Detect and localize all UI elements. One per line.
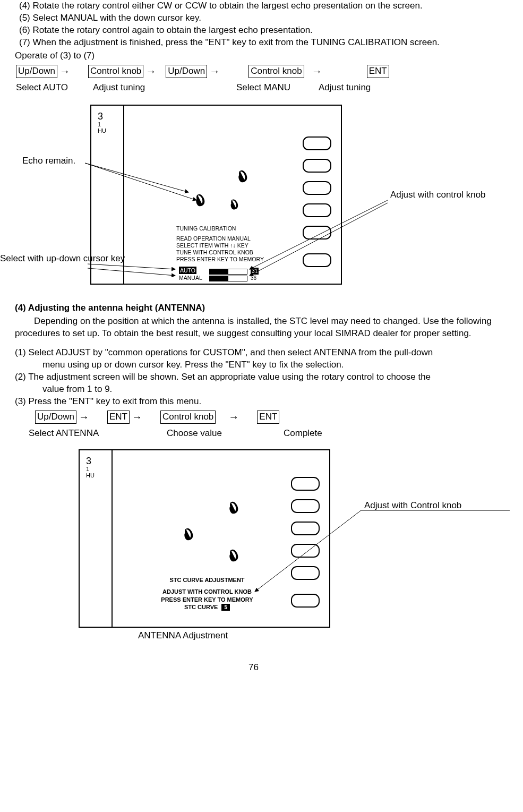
operate-labels-2: Select ANTENNA Choose value Complete bbox=[29, 428, 507, 440]
op2-box-ent-2: ENT bbox=[257, 411, 279, 424]
radar-screen-2: 3 1 HU STC CURVE ADJUSTMENT ADJUST WITH … bbox=[79, 449, 330, 628]
ant-step-1: (1) Select ADJUST by "common operations … bbox=[15, 347, 502, 359]
section-4-body: Depending on the position at which the a… bbox=[15, 315, 502, 340]
softkey-icon bbox=[291, 477, 320, 491]
op2-box-updown: Up/Down bbox=[35, 411, 76, 424]
ant-step-2-cont: value from 1 to 9. bbox=[15, 383, 502, 396]
step-7: (7) When the adjustment is finished, pre… bbox=[19, 37, 502, 49]
op1-box-control-knob-2: Control knob bbox=[248, 65, 304, 78]
softkey-icon bbox=[303, 226, 331, 240]
stc-curve-text: STC CURVE ADJUSTMENT ADJUST WITH CONTROL… bbox=[149, 576, 265, 611]
arrow-icon: → bbox=[145, 64, 156, 79]
arrow-icon: → bbox=[132, 410, 142, 424]
radar-screen-1: 3 1 HU TUNING CALIBRATION READ OPERATION… bbox=[90, 105, 342, 285]
annotation-adjust-knob: Adjust with control knob bbox=[390, 190, 486, 200]
softkey-icon bbox=[291, 544, 320, 558]
manual-value: 36 bbox=[251, 275, 256, 282]
annotation-echo-remain: Echo remain. bbox=[22, 155, 75, 167]
manual-tune-bar bbox=[209, 276, 247, 281]
op1-label-adjust-tuning-2: Adjust tuning bbox=[319, 82, 371, 94]
auto-value: 31 bbox=[251, 268, 259, 275]
tuning-calibration-diagram: Echo remain. Select with up-down cursor … bbox=[0, 105, 507, 296]
stc-curve-label: STC CURVE bbox=[184, 604, 218, 610]
section-4-heading: (4) Adjusting the antenna height (ANTENN… bbox=[15, 302, 507, 314]
operate-sequence-2: Up/Down → ENT → Control knob → ENT bbox=[35, 410, 507, 424]
op1-label-adjust-tuning: Adjust tuning bbox=[93, 82, 236, 94]
op2-label-choose-value: Choose value bbox=[167, 428, 284, 440]
antenna-adjustment-diagram: Adjust with Control knob 3 1 HU STC CURV… bbox=[0, 449, 507, 646]
ant-step-2: (2) The adjustment screen will be shown.… bbox=[15, 371, 502, 383]
op1-box-ent: ENT bbox=[367, 65, 389, 78]
auto-tune-bar bbox=[209, 269, 247, 275]
echo-blob-icon bbox=[229, 199, 240, 210]
op1-box-updown-2: Up/Down bbox=[166, 65, 207, 78]
op2-box-control-knob: Control knob bbox=[160, 411, 216, 424]
arrow-icon: → bbox=[79, 410, 89, 424]
echo-blob-icon bbox=[228, 501, 240, 515]
softkey-icon bbox=[291, 522, 320, 535]
range-sub2: HU bbox=[98, 127, 106, 135]
range-column: 3 1 HU bbox=[80, 450, 113, 627]
operate-heading: Operate of (3) to (7) bbox=[15, 50, 507, 62]
op2-label-select-antenna: Select ANTENNA bbox=[29, 428, 167, 440]
step-6: (6) Rotate the rotary control again to o… bbox=[19, 24, 502, 37]
softkey-icon bbox=[303, 203, 331, 217]
ant-step-1-cont: menu using up or down cursor key. Press … bbox=[15, 359, 502, 371]
echo-blob-icon bbox=[237, 169, 249, 183]
arrow-icon: → bbox=[312, 64, 322, 79]
op1-box-updown: Up/Down bbox=[16, 65, 57, 78]
softkey-icon bbox=[303, 253, 331, 267]
diagram2-caption: ANTENNA Adjustment bbox=[138, 630, 228, 642]
softkey-icon bbox=[291, 566, 320, 580]
annotation-adjust-knob-2: Adjust with Control knob bbox=[364, 500, 461, 512]
op2-box-ent: ENT bbox=[107, 411, 130, 424]
echo-blob-icon bbox=[183, 527, 195, 541]
step-4: (4) Rotate the rotary control either CW … bbox=[19, 0, 502, 12]
antenna-steps: (1) Select ADJUST by "common operations … bbox=[15, 347, 502, 408]
operate-sequence-1: Up/Down → Control knob → Up/Down → Contr… bbox=[16, 64, 507, 79]
op1-label-select-manu: Select MANU bbox=[236, 82, 319, 94]
op2-label-complete: Complete bbox=[284, 428, 322, 440]
manual-label: MANUAL bbox=[179, 274, 202, 281]
step-list: (4) Rotate the rotary control either CW … bbox=[19, 0, 502, 49]
range-column: 3 1 HU bbox=[91, 106, 124, 284]
arrow-icon: → bbox=[59, 64, 70, 79]
echo-blob-icon bbox=[195, 193, 207, 207]
softkey-icon bbox=[303, 136, 331, 150]
softkey-icon bbox=[303, 159, 331, 173]
op1-box-control-knob: Control knob bbox=[88, 65, 143, 78]
range-sub2: HU bbox=[86, 472, 95, 480]
step-5: (5) Select MANUAL with the down cursor k… bbox=[19, 12, 502, 24]
softkey-icon bbox=[291, 594, 320, 608]
arrow-icon: → bbox=[209, 64, 220, 79]
ant-step-3: (3) Press the "ENT" key to exit from thi… bbox=[15, 396, 502, 408]
echo-blob-icon bbox=[228, 549, 240, 562]
stc-curve-value: 5 bbox=[221, 604, 230, 611]
softkey-icon bbox=[291, 499, 320, 513]
arrow-icon: → bbox=[228, 410, 239, 424]
page-number: 76 bbox=[0, 662, 507, 674]
tuning-calibration-text: TUNING CALIBRATION READ OPERATION MANUAL… bbox=[176, 225, 264, 263]
operate-labels-1: Select AUTO Adjust tuning Select MANU Ad… bbox=[16, 82, 507, 94]
softkey-icon bbox=[303, 181, 331, 195]
op1-label-select-auto: Select AUTO bbox=[16, 82, 93, 94]
auto-label: AUTO bbox=[179, 267, 196, 274]
